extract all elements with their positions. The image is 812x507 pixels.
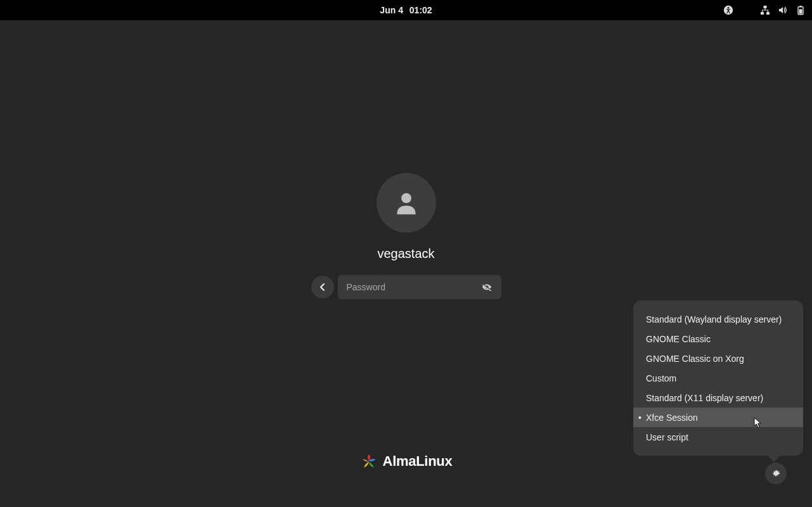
- back-button[interactable]: [311, 276, 334, 298]
- selected-dot-icon: •: [638, 413, 641, 423]
- svg-point-1: [728, 7, 730, 9]
- svg-point-8: [401, 193, 411, 203]
- power-icon[interactable]: [796, 5, 806, 15]
- session-item-xfce[interactable]: •Xfce Session: [633, 408, 803, 427]
- password-row: [311, 275, 501, 299]
- top-bar: Jun 4 01:02: [0, 0, 812, 20]
- svg-rect-3: [761, 12, 764, 15]
- network-icon[interactable]: [760, 5, 770, 15]
- distro-name: AlmaLinux: [383, 453, 453, 470]
- chevron-left-icon: [319, 283, 326, 291]
- svg-rect-2: [764, 6, 767, 8]
- accessibility-icon[interactable]: [723, 5, 733, 15]
- system-tray: [723, 0, 806, 20]
- clock[interactable]: Jun 4 01:02: [380, 5, 432, 15]
- clock-time: 01:02: [409, 5, 432, 15]
- clock-date: Jun 4: [380, 5, 403, 15]
- session-menu: Standard (Wayland display server) GNOME …: [633, 300, 803, 456]
- login-area: vegastack: [311, 173, 501, 299]
- session-item-standard-x11[interactable]: Standard (X11 display server): [633, 388, 803, 408]
- user-icon: [392, 189, 420, 217]
- almalinux-logo-icon: [360, 452, 378, 470]
- session-item-custom[interactable]: Custom: [633, 368, 803, 388]
- distro-branding: AlmaLinux: [360, 452, 453, 470]
- eye-off-icon: [481, 281, 493, 293]
- svg-rect-4: [766, 12, 770, 15]
- toggle-visibility-button[interactable]: [479, 279, 495, 295]
- gear-icon: [771, 468, 781, 478]
- password-field-wrap: [338, 275, 501, 299]
- volume-icon[interactable]: [778, 5, 788, 15]
- session-settings-button[interactable]: [765, 463, 787, 484]
- svg-rect-7: [799, 10, 802, 14]
- avatar: [377, 173, 436, 233]
- session-item-standard-wayland[interactable]: Standard (Wayland display server): [633, 309, 803, 329]
- svg-rect-6: [799, 6, 801, 7]
- session-item-gnome-classic[interactable]: GNOME Classic: [633, 329, 803, 349]
- session-item-gnome-classic-xorg[interactable]: GNOME Classic on Xorg: [633, 349, 803, 368]
- username-label: vegastack: [377, 247, 434, 261]
- session-item-user-script[interactable]: User script: [633, 427, 803, 447]
- password-input[interactable]: [347, 282, 479, 292]
